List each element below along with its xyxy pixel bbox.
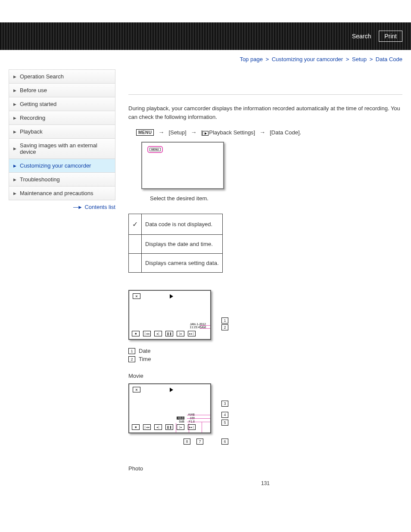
- contents-list-link[interactable]: Contents list: [84, 204, 115, 210]
- callout-4: 4: [221, 412, 228, 418]
- heading-movie: Movie: [128, 373, 402, 379]
- play-icon: [170, 388, 173, 392]
- menu-chip-highlight: MENU: [147, 146, 163, 153]
- sidebar: ▶Operation Search ▶Before use ▶Getting s…: [9, 69, 115, 486]
- play-icon: [202, 131, 209, 136]
- crumb-current: Data Code: [376, 56, 402, 62]
- overlay-ev: +0.0: [177, 417, 184, 420]
- arrow-icon: →: [158, 129, 164, 136]
- crumb-setup[interactable]: Setup: [352, 56, 367, 62]
- sidebar-item-before-use[interactable]: ▶Before use: [9, 84, 115, 97]
- sidebar-item-maintenance[interactable]: ▶Maintenance and precautions: [9, 187, 115, 200]
- callout-5: 5: [221, 420, 228, 426]
- play-icon: [170, 294, 173, 299]
- callout-6: 6: [221, 439, 228, 445]
- next-icon: ▸▸∣: [188, 424, 196, 430]
- sidebar-item-playback[interactable]: ▶Playback: [9, 125, 115, 138]
- sidebar-item-operation-search[interactable]: ▶Operation Search: [9, 70, 115, 83]
- arrow-icon: →: [191, 129, 197, 136]
- option-camera-data: Displays camera setting data.: [142, 254, 223, 273]
- legend-date: Date: [139, 348, 150, 354]
- search-link[interactable]: Search: [349, 31, 374, 41]
- lcd-illustration-menu: MENU: [141, 142, 224, 189]
- next-icon: ▸▸∣: [188, 331, 196, 336]
- legend-datetime: 1Date 2Time: [128, 348, 402, 362]
- prev-icon: ∣◂◂: [143, 424, 151, 430]
- top-banner: Search Print: [0, 22, 411, 50]
- path-data-code: [Data Code].: [270, 129, 301, 136]
- arrow-icon: →: [259, 129, 265, 136]
- heading-photo: Photo: [128, 465, 402, 472]
- menu-icon: MENU: [136, 129, 154, 136]
- slow-rev-icon: ◂∣: [154, 424, 162, 430]
- crumb-customizing[interactable]: Customizing your camcorder: [272, 56, 343, 62]
- sidebar-item-troubleshooting[interactable]: ▶Troubleshooting: [9, 173, 115, 186]
- main-content: During playback, your camcorder displays…: [128, 65, 402, 486]
- options-table: ✓ Data code is not displayed. Displays t…: [128, 214, 223, 273]
- stop-icon: ■: [132, 331, 140, 336]
- breadcrumb: Top page > Customizing your camcorder > …: [0, 50, 411, 65]
- slow-fwd-icon: ∣▸: [177, 424, 184, 430]
- path-playback-settings: [Playback Settings]: [201, 129, 255, 136]
- playback-buttons: ■ ∣◂◂ ◂∣ ❚❚ ∣▸ ▸▸∣: [132, 331, 196, 336]
- prev-icon: ∣◂◂: [143, 331, 151, 336]
- slow-rev-icon: ◂∣: [154, 331, 162, 336]
- sidebar-item-customizing[interactable]: ▶Customizing your camcorder: [9, 159, 115, 172]
- sidebar-item-saving-images[interactable]: ▶Saving images with an external device: [9, 139, 115, 159]
- playback-buttons: ■ ∣◂◂ ◂∣ ❚❚ ∣▸ ▸▸∣: [132, 424, 196, 430]
- table-row: Displays camera setting data.: [129, 254, 223, 273]
- callout-7: 7: [196, 439, 203, 445]
- close-icon: ×: [133, 387, 140, 392]
- path-setup: [Setup]: [168, 129, 186, 136]
- pause-icon: ❚❚: [165, 424, 173, 430]
- stop-icon: ■: [132, 424, 140, 430]
- checkmark-icon: ✓: [129, 214, 142, 235]
- intro-text: During playback, your camcorder displays…: [128, 104, 402, 121]
- arrow-right-icon: —►: [73, 204, 82, 210]
- page-number: 131: [128, 480, 402, 486]
- slow-fwd-icon: ∣▸: [177, 331, 184, 336]
- menu-path: MENU → [Setup] → [Playback Settings] → […: [136, 129, 402, 136]
- option-off: Data code is not displayed.: [142, 214, 223, 235]
- lcd-illustration-datetime: × JAN-1-2012 11:23:45AM ■ ∣◂◂ ◂∣ ❚❚ ∣▸: [128, 290, 211, 340]
- callout-3: 3: [221, 401, 228, 407]
- callout-1: 1: [221, 317, 228, 324]
- sidebar-item-getting-started[interactable]: ▶Getting started: [9, 97, 115, 111]
- legend-time: Time: [139, 356, 151, 362]
- callout-8: 8: [184, 439, 190, 445]
- pause-icon: ❚❚: [165, 331, 173, 336]
- print-button[interactable]: Print: [379, 31, 402, 42]
- lcd-illustration-movie: × AWB 100 F1.8 +0.0 0dB ■ ∣◂◂: [128, 383, 211, 433]
- legend-marker-1: 1: [128, 348, 135, 354]
- overlay-db: 0dB: [179, 420, 184, 423]
- close-icon: ×: [133, 293, 140, 299]
- sidebar-item-recording[interactable]: ▶Recording: [9, 111, 115, 124]
- callout-2: 2: [221, 324, 228, 330]
- table-row: ✓ Data code is not displayed.: [129, 214, 223, 235]
- table-row: Displays the date and time.: [129, 235, 223, 254]
- legend-marker-2: 2: [128, 356, 135, 362]
- option-date-time: Displays the date and time.: [142, 235, 223, 254]
- crumb-top[interactable]: Top page: [240, 56, 263, 62]
- caption-select-item: Select the desired item.: [150, 195, 402, 202]
